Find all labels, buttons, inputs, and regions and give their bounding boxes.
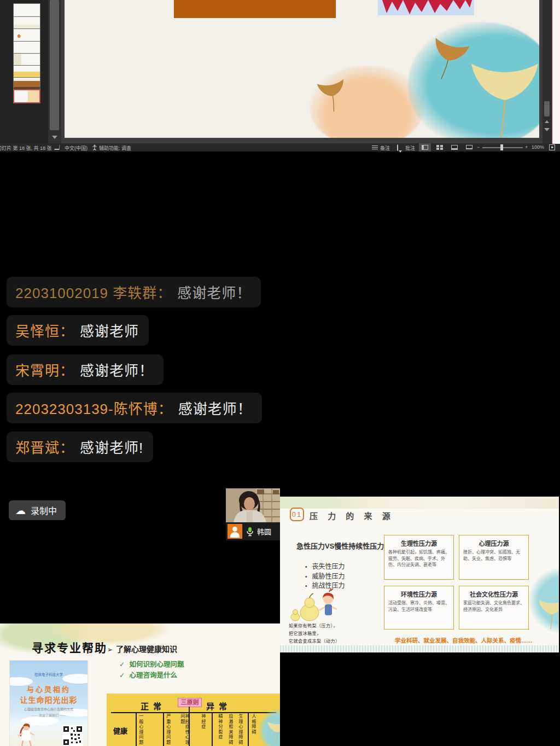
chat-text: 感谢老师！ <box>177 285 251 301</box>
notes-button[interactable]: 备注 <box>380 144 390 151</box>
slide-canvas <box>61 0 542 143</box>
mic-icon <box>246 527 254 537</box>
zoom-slider-thumb[interactable] <box>500 144 503 150</box>
comments-icon <box>397 144 398 151</box>
list-item: •威胁性压力 <box>305 571 345 580</box>
diagram-category: 严重心理问题 <box>166 714 171 746</box>
poster-subtitle: 心理健康教育中心简介及预约方式 <box>10 707 88 712</box>
notes-icon <box>372 145 378 150</box>
list-item: •丧失性压力 <box>305 561 345 570</box>
diagram-category: 精神分裂症 <box>218 714 223 746</box>
fit-slide-to-window-icon[interactable] <box>549 144 555 150</box>
zoom-out-button[interactable]: − <box>477 144 480 150</box>
slide-scrollbar-thumb[interactable] <box>544 101 550 116</box>
diagram-tick <box>163 712 164 746</box>
diagram-category: 一般心理问题 <box>138 714 143 746</box>
handwritten-note-line: 如果你有鸭梨（压力）， <box>289 622 338 628</box>
diagram-category: 生理心理障碍 <box>238 714 243 746</box>
chat-message: 22031002019 李轶群：感谢老师！ <box>7 277 261 307</box>
thumbnail-scrollbar-thumb[interactable] <box>50 0 59 130</box>
stress-footer-text: 学业科研、就业发展、自我效能、人际关系、疫情…… <box>395 636 548 644</box>
slide-stress-sources: 01 压 力 的 来 源 急性压力VS慢性持续性压力 •丧失性压力 •威胁性压力… <box>280 497 559 652</box>
box-body: 家庭功能失调、文化角色要求、经济原因、文化差异 <box>463 600 524 613</box>
screen: 幻灯片 第 18 张, 共 18 张 中文(中国) 辅助功能: 调查 备注 批注… <box>0 0 560 746</box>
slide-blue-panel <box>378 0 474 15</box>
zoom-slider[interactable] <box>482 147 523 148</box>
normal-view-icon <box>422 145 428 150</box>
current-slide <box>65 0 539 138</box>
ginkgo-leaf-icon <box>314 74 351 115</box>
recording-badge[interactable]: ☁ 录制中 <box>9 500 66 520</box>
poster-title-line1: 与心灵相约 <box>10 684 88 694</box>
language-status[interactable]: 中文(中国) <box>65 144 88 151</box>
slide-sorter-icon <box>436 145 439 147</box>
chat-message: 郑晋斌：感谢老师! <box>7 432 153 462</box>
diagram-abnormal-header: 异常 <box>206 700 231 712</box>
participant-name: 韩圆 <box>257 526 271 537</box>
handwritten-note-line: 把它放冰箱里， <box>289 630 322 636</box>
diagram-principles-label: 三原则 <box>178 698 202 707</box>
qr-code <box>62 725 83 746</box>
check-icon: ✓ <box>119 661 125 668</box>
diagram-category: 人格障碍 <box>251 714 256 746</box>
ginkgo-leaf-icon <box>537 592 559 633</box>
diagram-health-label: 健康 <box>113 725 127 736</box>
stress-subtitle: 急性压力VS慢性持续性压力 <box>296 540 384 551</box>
scroll-down-icon[interactable] <box>52 136 57 139</box>
check-item: ✓如何识别心理问题 <box>119 658 184 669</box>
slide-thumbnail-selected[interactable] <box>13 89 40 103</box>
thumbnail-scrollbar[interactable] <box>48 0 61 143</box>
accessibility-status[interactable]: 辅助功能: 调查 <box>99 144 131 151</box>
avatar-icon <box>228 524 242 539</box>
diagram-tick <box>136 712 137 746</box>
zoom-level[interactable]: 100% <box>532 144 544 150</box>
slideshow-button[interactable] <box>463 143 475 151</box>
box-title: 生理性压力源 <box>388 539 450 547</box>
slide-sorter-button[interactable] <box>434 143 446 151</box>
slide-bottom-decoration <box>280 645 559 652</box>
diagram-category: 应激相关障碍 <box>228 714 233 746</box>
normal-abnormal-diagram: 正常 异常 三原则 健康 一般心理问题 严重心理问题 神经症性心理问题 神经症 … <box>107 693 280 746</box>
slide-thumbnail[interactable] <box>13 3 40 18</box>
slide-number-status: 幻灯片 第 18 张, 共 18 张 <box>0 144 52 151</box>
slide-title: 压 力 的 来 源 <box>310 510 394 521</box>
chat-sender: 宋霄明： <box>15 363 74 379</box>
next-slide-icon[interactable] <box>544 128 550 131</box>
slide-scrollbar[interactable] <box>542 0 551 143</box>
comments-button[interactable]: 批注 <box>405 144 415 151</box>
slide-title: 寻求专业帮助 <box>32 639 107 655</box>
box-body: 活动受限、寒冷、炎热、噪音、污染、生活环境改变等 <box>388 600 450 613</box>
diagram-tick <box>212 712 213 746</box>
box-body: 挫折、心理冲突、如孤独、无助、失业、焦虑、恐惧等 <box>463 549 524 562</box>
recording-label: 录制中 <box>31 504 57 517</box>
counseling-center-poster: 桂林电子科技大学 与心灵相约 让生命阳光出彩 心理健康教育中心简介及预约方式 —… <box>10 661 88 746</box>
diagram-normal-header: 正常 <box>141 700 166 712</box>
check-icon: ✓ <box>119 672 125 679</box>
normal-view-button[interactable] <box>419 143 431 151</box>
chat-sender: 22031002019 李轶群： <box>15 285 172 301</box>
chat-sender: 22032303139-陈怀博： <box>15 401 173 417</box>
webcam-video <box>226 488 280 522</box>
slideshow-icon <box>466 145 472 149</box>
diagram-category: 神经症 <box>201 714 206 746</box>
zoom-in-button[interactable]: + <box>525 144 528 150</box>
handwritten-note-line: 它就会变成冻梨（动力） <box>289 638 340 644</box>
slide-thumbnail-panel <box>0 0 48 143</box>
university-name: 桂林电子科技大学 <box>10 672 88 677</box>
chat-message: 宋霄明：感谢老师！ <box>7 354 164 385</box>
topic-line: ➢了解心理健康知识 <box>107 643 177 654</box>
spellcheck-icon[interactable] <box>54 145 60 150</box>
box-body: 各种机能引起，如饥饿、疼痛、疲劳、失眠、疾病、手术、外伤、内分泌失调、衰老等 <box>388 549 450 568</box>
background-window-edge <box>551 0 560 144</box>
slide-section-number: 01 <box>290 508 304 521</box>
chat-message: 22032303139-陈怀博：感谢老师！ <box>7 393 262 423</box>
bullet-icon: • <box>305 574 307 580</box>
arrow-bullet-icon: ➢ <box>107 646 113 654</box>
red-leaves-decoration <box>378 0 474 15</box>
webcam-tile: 韩圆 <box>226 488 280 540</box>
reading-view-button[interactable] <box>448 143 460 151</box>
poster-welcome-line: —— 欢迎了解我们 —— <box>10 713 88 718</box>
chat-message: 吴怿恒：感谢老师 <box>7 315 149 346</box>
reading-view-icon <box>451 145 458 150</box>
previous-slide-icon[interactable] <box>545 120 549 123</box>
